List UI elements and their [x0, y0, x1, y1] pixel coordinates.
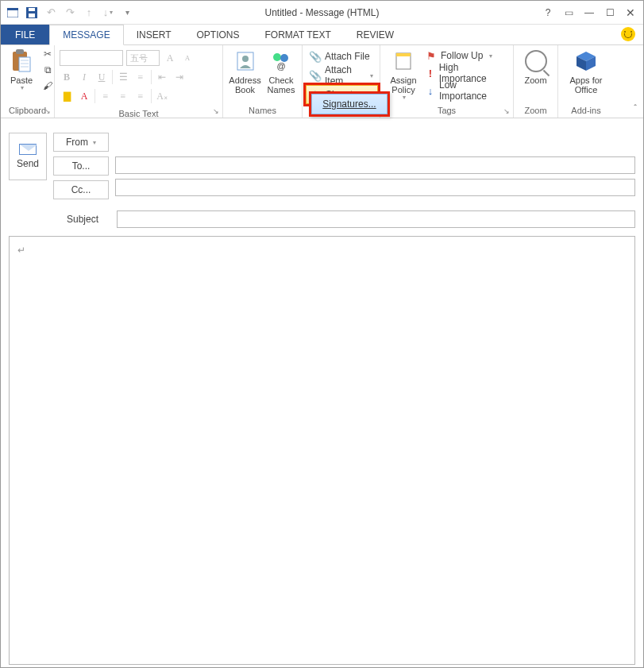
chevron-down-icon: ▾ [403, 95, 406, 102]
apps-icon [573, 48, 599, 74]
to-input[interactable] [115, 156, 635, 174]
apps-for-office-button[interactable]: Apps for Office [567, 47, 606, 96]
attach-item-icon: 📎 [309, 70, 322, 82]
tab-review[interactable]: REVIEW [344, 25, 407, 44]
low-importance-label: Low Importance [439, 79, 507, 102]
attach-item-button[interactable]: 📎 Attach Item ▾ [306, 66, 376, 85]
tab-message[interactable]: MESSAGE [49, 25, 123, 45]
highlight-icon[interactable]: ▇ [60, 89, 74, 103]
group-zoom: Zoom Zoom [514, 45, 558, 118]
subject-label: Subject [55, 214, 110, 225]
message-body-editor[interactable]: ↵ [9, 236, 635, 665]
send-label: Send [17, 158, 39, 169]
cc-button[interactable]: Cc... [53, 180, 109, 199]
align-left-icon[interactable]: ≡ [98, 89, 113, 103]
italic-button[interactable]: I [77, 70, 91, 84]
chevron-down-icon: ▾ [370, 72, 373, 79]
message-header: Send From ▾ To... Cc... [1, 118, 643, 206]
from-button[interactable]: From ▾ [53, 133, 109, 152]
close-icon[interactable]: ✕ [621, 4, 640, 21]
check-names-icon: @ [268, 48, 294, 74]
bold-button[interactable]: B [60, 70, 74, 84]
svg-rect-1 [7, 8, 18, 10]
send-button[interactable]: Send [9, 133, 47, 180]
tab-format-text[interactable]: FORMAT TEXT [253, 25, 344, 44]
next-item-icon[interactable]: ↓▾ [99, 4, 117, 21]
decrease-indent-icon[interactable]: ⇤ [155, 70, 169, 84]
increase-indent-icon[interactable]: ⇥ [172, 70, 187, 84]
svg-rect-17 [396, 53, 411, 56]
follow-up-label: Follow Up [441, 50, 483, 61]
paragraph-mark-icon: ↵ [17, 245, 25, 256]
attach-item-label: Attach Item [325, 64, 365, 87]
collapse-ribbon-icon[interactable]: ˆ [634, 103, 637, 113]
attach-file-label: Attach File [325, 51, 370, 62]
prev-item-icon[interactable]: ↑ [80, 4, 98, 21]
low-importance-button[interactable]: ↓ Low Importance [423, 82, 510, 99]
signatures-menu-item[interactable]: Signatures... [311, 94, 388, 114]
cc-input[interactable] [115, 179, 635, 196]
tab-file[interactable]: FILE [1, 25, 49, 44]
address-book-button[interactable]: Address Book [226, 47, 264, 96]
flag-icon: ⚑ [426, 50, 436, 62]
font-name-combo[interactable] [60, 50, 123, 66]
check-names-button[interactable]: @ Check Names [264, 47, 299, 96]
cut-icon[interactable]: ✂ [40, 47, 55, 61]
align-right-icon[interactable]: ≡ [133, 89, 148, 103]
bullets-icon[interactable]: ☰ [116, 70, 130, 84]
ribbon-options-icon[interactable]: ▭ [559, 4, 578, 21]
svg-rect-6 [16, 49, 24, 54]
svg-point-13 [273, 53, 281, 61]
format-painter-icon[interactable]: 🖌 [40, 79, 55, 93]
assign-policy-icon [391, 48, 416, 74]
chevron-down-icon: ▾ [21, 85, 24, 92]
font-color-icon[interactable]: A [77, 89, 91, 103]
dialog-launcher-icon[interactable]: ↘ [211, 106, 221, 116]
feedback-smiley-icon[interactable] [621, 27, 635, 41]
apps-label: Apps for Office [570, 75, 603, 95]
minimize-icon[interactable]: — [580, 4, 599, 21]
subject-row: Subject [55, 210, 635, 228]
undo-icon[interactable]: ↶ [42, 4, 60, 21]
align-center-icon[interactable]: ≡ [116, 89, 130, 103]
group-label-addins: Add-ins [561, 104, 611, 118]
numbering-icon[interactable]: ≡ [133, 70, 148, 84]
dialog-launcher-icon[interactable]: ↘ [43, 106, 52, 116]
tab-insert[interactable]: INSERT [124, 25, 184, 44]
qat-control-icon[interactable] [4, 4, 21, 21]
high-importance-icon: ! [426, 68, 434, 79]
underline-button[interactable]: U [94, 70, 109, 84]
font-size-combo[interactable]: 五号 [126, 50, 160, 66]
chevron-down-icon: ▾ [93, 139, 96, 146]
chevron-down-icon: ▾ [489, 52, 492, 60]
qat-customize-icon[interactable]: ▾ [118, 4, 136, 21]
title-bar: ↶ ↷ ↑ ↓▾ ▾ Untitled - Message (HTML) ? ▭… [1, 1, 643, 25]
zoom-button[interactable]: Zoom [519, 47, 553, 87]
grow-font-icon[interactable]: A [163, 51, 177, 65]
tab-options[interactable]: OPTIONS [184, 25, 253, 44]
zoom-label: Zoom [524, 75, 546, 85]
maximize-icon[interactable]: ☐ [600, 4, 619, 21]
clear-formatting-icon[interactable]: Aₓ [155, 89, 169, 103]
dialog-launcher-icon[interactable]: ↘ [502, 106, 511, 116]
group-names: Address Book @ Check Names Names [223, 45, 303, 118]
svg-rect-4 [29, 14, 35, 17]
help-icon[interactable]: ? [538, 4, 557, 21]
paste-button[interactable]: Paste ▾ [4, 47, 39, 94]
to-button[interactable]: To... [53, 156, 109, 176]
paste-icon [9, 48, 34, 74]
svg-text:@: @ [276, 61, 285, 71]
save-icon[interactable] [23, 4, 40, 21]
address-book-icon [233, 48, 258, 74]
assign-policy-label: Assign Policy [390, 75, 416, 95]
svg-rect-7 [19, 57, 30, 71]
zoom-icon [523, 48, 549, 74]
subject-input[interactable] [117, 210, 635, 228]
shrink-font-icon[interactable]: A [180, 51, 195, 65]
copy-icon[interactable]: ⧉ [40, 63, 55, 77]
attach-file-button[interactable]: 📎 Attach File [306, 47, 373, 66]
redo-icon[interactable]: ↷ [61, 4, 79, 21]
quick-access-toolbar: ↶ ↷ ↑ ↓▾ ▾ [4, 4, 136, 21]
signature-menu: Signatures... [309, 91, 390, 117]
group-basic-text: 五号 A A B I U ☰ ≡ ⇤ ⇥ ▇ A [55, 45, 223, 118]
